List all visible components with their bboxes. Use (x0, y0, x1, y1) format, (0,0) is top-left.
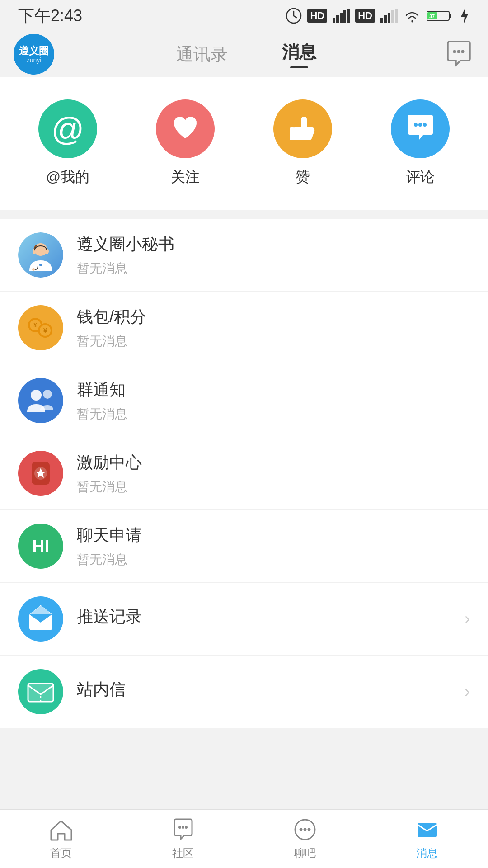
community-icon (171, 817, 196, 842)
push-record-arrow: › (465, 609, 470, 628)
svg-point-51 (307, 828, 310, 831)
app-header: 遵义圈 zunyi 通讯录 消息 (0, 32, 488, 77)
svg-point-24 (414, 123, 418, 127)
message-item-push-record[interactable]: 推送记录 › (0, 583, 488, 656)
tab-messages[interactable]: 消息 (282, 41, 316, 68)
action-follow[interactable]: 关注 (156, 99, 215, 187)
svg-point-19 (457, 50, 460, 53)
message-title-group: 群通知 (77, 379, 470, 401)
tab-label-message: 消息 (416, 846, 438, 860)
message-item-chat-request[interactable]: HI 聊天申请 暂无消息 (0, 510, 488, 583)
clock-icon (286, 8, 302, 24)
svg-rect-10 (388, 13, 390, 23)
svg-text:37: 37 (429, 14, 435, 19)
comment-icon (404, 112, 437, 146)
avatar-inbox (18, 669, 63, 714)
signal-icon1 (333, 9, 350, 23)
svg-text:¥: ¥ (33, 321, 37, 329)
action-label-like: 赞 (296, 167, 310, 187)
svg-point-45 (178, 826, 181, 829)
app-logo[interactable]: 遵义圈 zunyi (14, 34, 54, 75)
status-icons: HD HD 37 (286, 8, 470, 24)
message-content-push-record: 推送记录 (77, 606, 465, 632)
message-content-inbox: 站内信 (77, 679, 465, 705)
avatar-group (18, 378, 63, 423)
action-like[interactable]: 赞 (273, 99, 332, 187)
message-title-inbox: 站内信 (77, 679, 465, 701)
tab-label-home: 首页 (50, 846, 72, 860)
svg-point-49 (299, 828, 302, 831)
avatar-wallet: ¥ ¥ (18, 305, 63, 350)
status-time: 下午2:43 (18, 5, 82, 27)
svg-rect-11 (391, 10, 394, 23)
action-circle-like (273, 99, 332, 158)
tab-item-home[interactable]: 首页 (0, 817, 122, 860)
action-circle-at: @ (38, 99, 97, 158)
svg-marker-17 (461, 8, 468, 24)
svg-point-47 (185, 826, 188, 829)
action-label-comment: 评论 (406, 167, 435, 187)
action-circle-follow (156, 99, 215, 158)
svg-point-39 (43, 390, 52, 399)
tab-item-message[interactable]: 消息 (366, 817, 488, 860)
hd-badge2: HD (355, 9, 375, 23)
action-circle-comment (391, 99, 450, 158)
svg-rect-3 (333, 18, 335, 23)
svg-point-31 (32, 268, 35, 271)
svg-point-50 (303, 828, 306, 831)
message-title-wallet: 钱包/积分 (77, 306, 470, 328)
message-title-chat-request: 聊天申请 (77, 524, 470, 547)
avatar-push-record (18, 596, 63, 642)
svg-line-2 (294, 16, 296, 18)
svg-rect-23 (290, 127, 295, 140)
tab-contacts[interactable]: 通讯录 (176, 43, 228, 66)
action-at[interactable]: @ @我的 (38, 99, 97, 187)
svg-point-18 (453, 50, 456, 53)
svg-rect-7 (347, 9, 350, 23)
chat-bubble-icon[interactable] (443, 38, 474, 70)
status-bar: 下午2:43 HD HD (0, 0, 488, 32)
action-comment[interactable]: 评论 (391, 99, 450, 187)
message-subtitle-group: 暂无消息 (77, 406, 470, 423)
message-icon (415, 817, 440, 842)
svg-rect-9 (384, 15, 387, 23)
battery-icon: 37 (427, 9, 454, 23)
chat-icon (293, 817, 318, 842)
tab-label-community: 社区 (172, 846, 194, 860)
message-content-group: 群通知 暂无消息 (77, 379, 470, 423)
svg-rect-6 (343, 10, 346, 23)
message-subtitle-secretary: 暂无消息 (77, 260, 470, 277)
wifi-icon (403, 9, 421, 23)
tab-item-community[interactable]: 社区 (122, 817, 244, 860)
tab-bar: 首页 社区 聊吧 消息 (0, 809, 488, 868)
svg-text:¥: ¥ (43, 327, 47, 334)
svg-rect-8 (380, 18, 383, 23)
message-content-chat-request: 聊天申请 暂无消息 (77, 524, 470, 568)
tab-item-chat[interactable]: 聊吧 (244, 817, 366, 860)
hd-badge1: HD (307, 9, 327, 23)
message-list: 遵义圈小秘书 暂无消息 ¥ ¥ 钱包/积分 暂无消息 (0, 219, 488, 728)
action-label-at: @我的 (46, 167, 89, 187)
message-item-wallet[interactable]: ¥ ¥ 钱包/积分 暂无消息 (0, 292, 488, 364)
svg-point-20 (461, 50, 464, 53)
message-item-incentive[interactable]: 激励中心 暂无消息 (0, 437, 488, 510)
message-subtitle-incentive: 暂无消息 (77, 478, 470, 495)
svg-rect-4 (336, 15, 339, 23)
message-subtitle-chat-request: 暂无消息 (77, 551, 470, 568)
svg-rect-14 (449, 14, 451, 18)
home-icon (49, 817, 74, 842)
heart-plus-icon (169, 112, 202, 146)
svg-point-26 (423, 123, 427, 127)
charging-icon (459, 8, 470, 24)
message-title-push-record: 推送记录 (77, 606, 465, 628)
thumbs-up-icon (286, 112, 320, 146)
message-content-secretary: 遵义圈小秘书 暂无消息 (77, 233, 470, 277)
avatar-chat-request: HI (18, 524, 63, 569)
message-item-inbox[interactable]: 站内信 › (0, 656, 488, 728)
message-item-secretary[interactable]: 遵义圈小秘书 暂无消息 (0, 219, 488, 292)
action-label-follow: 关注 (171, 167, 200, 187)
message-title-secretary: 遵义圈小秘书 (77, 233, 470, 255)
message-item-group[interactable]: 群通知 暂无消息 (0, 364, 488, 437)
svg-rect-12 (395, 9, 398, 23)
inbox-arrow: › (465, 682, 470, 701)
